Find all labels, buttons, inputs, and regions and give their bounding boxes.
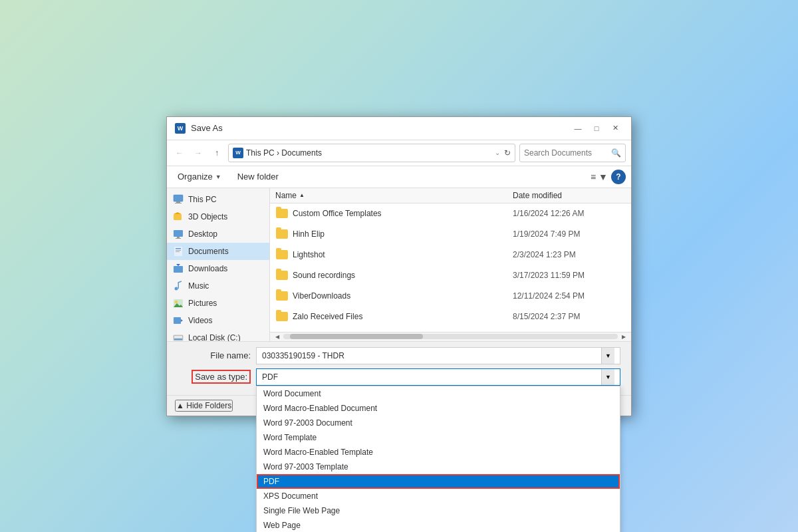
local-disk-icon xyxy=(172,332,184,341)
svg-point-18 xyxy=(175,301,178,303)
file-date: 2/3/2024 1:23 PM xyxy=(513,250,626,259)
maximize-button[interactable]: □ xyxy=(589,122,604,134)
dropdown-option[interactable]: Word Document xyxy=(257,386,620,401)
sidebar-item-documents[interactable]: Documents xyxy=(167,243,269,260)
path-text: This PC › Documents xyxy=(246,148,492,158)
sidebar-item-local-disk[interactable]: Local Disk (C:) xyxy=(167,329,269,341)
toolbar-right: ≡ ▼ ? xyxy=(590,169,626,185)
savetype-arrow-icon[interactable]: ▼ xyxy=(601,369,614,385)
savetype-select[interactable]: PDF ▼ xyxy=(256,368,620,386)
scroll-track[interactable] xyxy=(283,334,618,339)
svg-rect-7 xyxy=(176,238,181,239)
sidebar-label-downloads: Downloads xyxy=(188,264,227,273)
file-name: Hinh Elip xyxy=(293,229,513,239)
savetype-dropdown[interactable]: Word DocumentWord Macro-Enabled Document… xyxy=(256,386,620,533)
svg-rect-6 xyxy=(177,237,180,238)
col-date[interactable]: Date modified xyxy=(513,191,626,200)
list-item[interactable]: ViberDownloads 12/11/2024 2:54 PM xyxy=(270,286,631,307)
search-icon: 🔍 xyxy=(611,148,621,158)
dropdown-option[interactable]: PDF xyxy=(257,474,620,489)
dropdown-option[interactable]: Word Macro-Enabled Document xyxy=(257,401,620,416)
svg-rect-2 xyxy=(175,203,182,203)
list-item[interactable]: Sound recordings 3/17/2023 11:59 PM xyxy=(270,265,631,286)
dropdown-option[interactable]: Single File Web Page xyxy=(257,503,620,518)
hide-folders-label: ▲ Hide Folders xyxy=(176,401,231,410)
file-date: 12/11/2024 2:54 PM xyxy=(513,291,626,301)
file-name: Sound recordings xyxy=(293,271,513,280)
sort-arrow-icon: ▲ xyxy=(299,192,305,198)
savetype-select-wrapper[interactable]: PDF ▼ Word DocumentWord Macro-Enabled Do… xyxy=(256,368,620,386)
sidebar-item-3d-objects[interactable]: 3D Objects xyxy=(167,208,269,225)
downloads-icon xyxy=(172,263,184,275)
folder-icon xyxy=(275,310,289,323)
filename-row: File name: 030335190159 - THDR ▼ xyxy=(178,347,620,364)
dropdown-option[interactable]: Word 97-2003 Document xyxy=(257,416,620,430)
savetype-row: Save as type: PDF ▼ Word DocumentWord Ma… xyxy=(178,368,620,386)
file-name: Custom Office Templates xyxy=(293,209,513,218)
scroll-left-icon[interactable]: ◀ xyxy=(273,332,282,341)
col-name[interactable]: Name ▲ xyxy=(275,191,513,200)
desktop-icon xyxy=(172,228,184,240)
path-box[interactable]: W This PC › Documents ⌄ ↻ xyxy=(228,144,515,162)
path-word-icon: W xyxy=(233,148,243,158)
main-area: This PC 3D Objects Desktop Documents xyxy=(167,188,631,341)
dialog-title: Save As xyxy=(191,123,565,133)
sidebar: This PC 3D Objects Desktop Documents xyxy=(167,188,270,341)
address-bar: ← → ↑ W This PC › Documents ⌄ ↻ 🔍 xyxy=(167,140,631,166)
refresh-icon[interactable]: ↻ xyxy=(504,148,511,158)
list-item[interactable]: Custom Office Templates 1/16/2024 12:26 … xyxy=(270,203,631,224)
folder-icon xyxy=(275,289,289,303)
videos-icon xyxy=(172,315,184,327)
savetype-value: PDF xyxy=(262,372,601,382)
save-as-dialog: W Save As — □ ✕ ← → ↑ W This PC › Docume… xyxy=(166,116,632,416)
dropdown-option[interactable]: Word 97-2003 Template xyxy=(257,460,620,474)
help-button[interactable]: ? xyxy=(611,170,626,184)
up-button[interactable]: ↑ xyxy=(209,146,224,160)
this-pc-icon xyxy=(172,194,184,205)
sidebar-label-this-pc: This PC xyxy=(188,195,217,204)
svg-rect-24 xyxy=(174,338,182,340)
dropdown-option[interactable]: XPS Document xyxy=(257,489,620,503)
minimize-button[interactable]: — xyxy=(570,122,586,134)
sidebar-item-this-pc[interactable]: This PC xyxy=(167,191,269,208)
scroll-right-icon[interactable]: ▶ xyxy=(619,332,628,341)
filename-dropdown-arrow[interactable]: ▼ xyxy=(601,348,614,364)
sidebar-item-videos[interactable]: Videos xyxy=(167,312,269,329)
view-toggle-button[interactable]: ≡ ▼ xyxy=(590,169,608,185)
list-item[interactable]: Zalo Received Files 8/15/2024 2:37 PM xyxy=(270,307,631,327)
search-box[interactable]: 🔍 xyxy=(519,144,626,162)
list-item[interactable]: Lightshot 2/3/2024 1:23 PM xyxy=(270,245,631,265)
music-icon xyxy=(172,280,184,292)
back-button[interactable]: ← xyxy=(172,146,187,160)
list-item[interactable]: Hinh Elip 1/19/2024 7:49 PM xyxy=(270,224,631,245)
svg-rect-1 xyxy=(176,201,180,203)
dropdown-option[interactable]: Web Page xyxy=(257,518,620,533)
filename-input[interactable]: 030335190159 - THDR ▼ xyxy=(256,347,620,364)
window-controls: — □ ✕ xyxy=(570,122,623,134)
close-button[interactable]: ✕ xyxy=(607,122,623,134)
new-folder-button[interactable]: New folder xyxy=(232,170,284,184)
scroll-thumb[interactable] xyxy=(290,334,423,339)
sidebar-label-3d-objects: 3D Objects xyxy=(188,212,227,221)
dropdown-option[interactable]: Word Template xyxy=(257,430,620,445)
forward-button[interactable]: → xyxy=(191,146,205,160)
new-folder-label: New folder xyxy=(237,172,279,182)
sidebar-item-desktop[interactable]: Desktop xyxy=(167,225,269,243)
svg-rect-9 xyxy=(176,248,181,249)
horizontal-scrollbar[interactable]: ◀ ▶ xyxy=(270,332,631,341)
search-input[interactable] xyxy=(524,148,611,158)
svg-rect-0 xyxy=(174,195,183,201)
sidebar-item-pictures[interactable]: Pictures xyxy=(167,295,269,312)
toolbar: Organize ▼ New folder ≡ ▼ ? xyxy=(167,166,631,188)
dropdown-option[interactable]: Word Macro-Enabled Template xyxy=(257,445,620,460)
svg-marker-13 xyxy=(176,264,180,266)
path-chevron-icon[interactable]: ⌄ xyxy=(495,149,500,156)
sidebar-item-downloads[interactable]: Downloads xyxy=(167,260,269,277)
file-name: Zalo Received Files xyxy=(293,312,513,321)
sidebar-item-music[interactable]: Music xyxy=(167,277,269,295)
organize-button[interactable]: Organize ▼ xyxy=(172,170,227,184)
svg-rect-12 xyxy=(174,266,183,273)
hide-folders-button[interactable]: ▲ Hide Folders xyxy=(175,400,233,412)
file-list-header: Name ▲ Date modified xyxy=(270,188,631,203)
filename-value: 030335190159 - THDR xyxy=(262,351,601,360)
